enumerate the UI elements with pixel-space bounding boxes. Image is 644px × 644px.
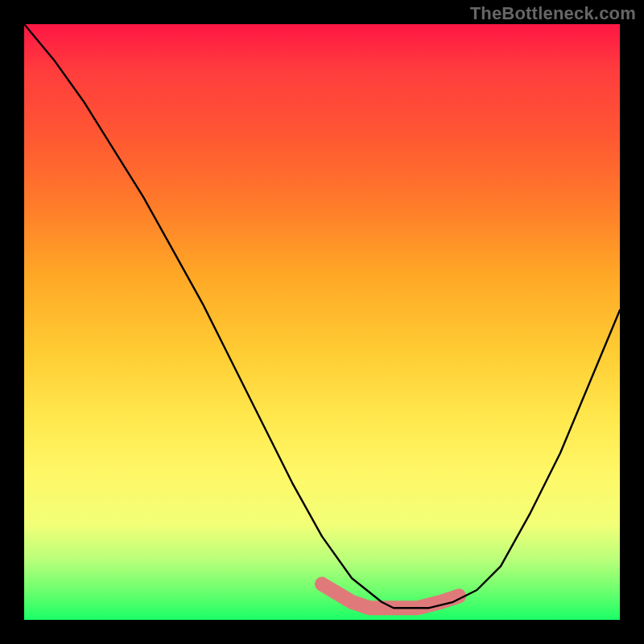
watermark-text: TheBottleneck.com	[470, 3, 636, 24]
chart-svg	[24, 24, 620, 620]
chart-frame: TheBottleneck.com	[0, 0, 644, 644]
bottleneck-curve	[24, 24, 620, 608]
plot-area	[24, 24, 620, 620]
optimal-zone-highlight	[322, 584, 459, 609]
